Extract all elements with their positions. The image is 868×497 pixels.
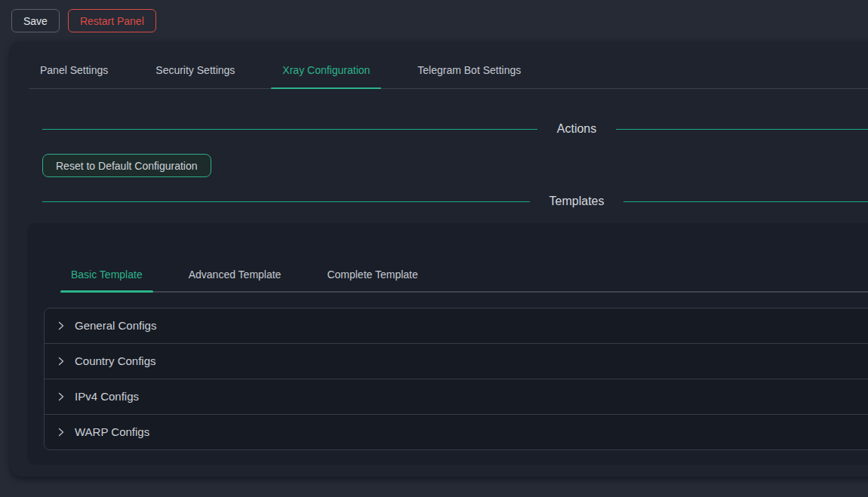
collapse-panel-ipv4-configs[interactable]: IPv4 Configs	[45, 379, 868, 415]
divider-line-right	[616, 129, 868, 130]
actions-divider-label: Actions	[557, 122, 596, 136]
templates-divider: Templates	[42, 189, 868, 213]
collapse-panel-country-configs[interactable]: Country Configs	[45, 344, 868, 379]
collapse-panel-label: WARP Configs	[75, 424, 149, 440]
save-button[interactable]: Save	[11, 9, 60, 32]
chevron-right-icon	[57, 357, 66, 366]
tab-basic-template[interactable]: Basic Template	[60, 262, 153, 291]
settings-card: Panel Settings Security Settings Xray Co…	[11, 41, 868, 477]
collapse-panel-label: IPv4 Configs	[75, 388, 139, 405]
chevron-right-icon	[57, 428, 66, 437]
tab-security-settings[interactable]: Security Settings	[144, 57, 246, 88]
divider-line-right	[623, 201, 868, 202]
tab-telegram-bot-settings[interactable]: Telegram Bot Settings	[406, 57, 532, 88]
template-tab-bar: Basic Template Advanced Template Complet…	[60, 262, 868, 293]
tab-panel-settings[interactable]: Panel Settings	[29, 57, 119, 88]
collapse-panel-warp-configs[interactable]: WARP Configs	[45, 415, 868, 449]
divider-line-left	[42, 129, 537, 130]
top-action-bar: Save Restart Panel	[0, 0, 868, 41]
tab-xray-configuration[interactable]: Xray Configuration	[271, 57, 381, 88]
chevron-right-icon	[57, 392, 66, 401]
reset-default-configuration-button[interactable]: Reset to Default Configuration	[42, 154, 211, 177]
divider-line-left	[42, 201, 530, 202]
collapse-panel-label: General Configs	[75, 318, 156, 334]
templates-card: Basic Template Advanced Template Complet…	[27, 223, 868, 465]
restart-panel-button[interactable]: Restart Panel	[68, 9, 156, 32]
tab-advanced-template[interactable]: Advanced Template	[178, 262, 292, 291]
actions-divider: Actions	[42, 117, 868, 141]
templates-divider-label: Templates	[549, 195, 605, 208]
chevron-right-icon	[57, 321, 66, 330]
settings-tab-bar: Panel Settings Security Settings Xray Co…	[29, 41, 868, 89]
tab-complete-template[interactable]: Complete Template	[316, 262, 428, 291]
collapse-panel-label: Country Configs	[75, 353, 156, 370]
config-collapse-list: General Configs Country Configs IPv4 Con…	[44, 308, 868, 450]
collapse-panel-general-configs[interactable]: General Configs	[45, 308, 868, 344]
